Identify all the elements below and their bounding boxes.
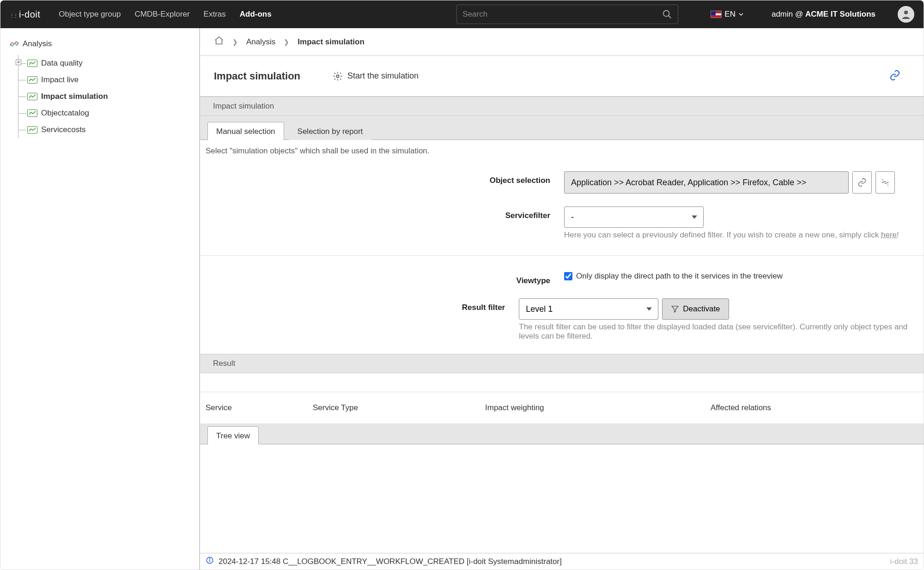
resultfilter-select[interactable]: Level 1 xyxy=(519,298,658,320)
nav-object-type-group[interactable]: Object type group xyxy=(59,10,121,19)
col-impact-weighting: Impact weighting xyxy=(480,392,705,424)
form-hint: Select "simulation objects" which shall … xyxy=(200,146,924,165)
crumb-current: Impact simulation xyxy=(298,37,365,47)
chart-icon xyxy=(27,93,37,100)
user-label: admin @ ACME IT Solutions xyxy=(772,10,875,19)
analysis-icon xyxy=(10,41,19,47)
selection-tabs: Manual selection Selection by report xyxy=(200,116,924,140)
svg-point-0 xyxy=(663,11,669,17)
language-selector[interactable]: EN xyxy=(711,10,744,19)
chevron-right-icon: ❯ xyxy=(284,38,289,46)
form-content: Select "simulation objects" which shall … xyxy=(200,140,924,354)
servicefilter-select[interactable]: - xyxy=(564,206,704,228)
sidebar-item-label: Objectcatalog xyxy=(41,109,89,118)
flag-us-icon xyxy=(711,11,722,18)
user-icon xyxy=(900,9,912,20)
status-bar: 2024-12-17 15:48 C__LOGBOOK_ENTRY__WORKF… xyxy=(200,553,924,570)
gear-icon xyxy=(333,71,343,81)
row-viewtype: Viewtype Only display the direct path to… xyxy=(200,265,924,292)
permalink-button[interactable] xyxy=(889,70,900,82)
search-icon xyxy=(662,9,672,19)
brand-logo: i-doit xyxy=(10,9,45,20)
status-version: i-doit 33 xyxy=(890,557,918,566)
nav-extras[interactable]: Extras xyxy=(204,10,226,19)
unlink-icon xyxy=(881,178,890,187)
sidebar-item-label: Servicecosts xyxy=(41,125,85,134)
global-search[interactable] xyxy=(456,5,678,24)
sidebar-item-label: Data quality xyxy=(41,59,83,68)
page-title: Impact simulation xyxy=(214,70,300,82)
link-objects-button[interactable] xyxy=(852,171,872,194)
object-selection-field[interactable]: Application >> Acrobat Reader, Applicati… xyxy=(564,171,849,194)
tab-manual-selection[interactable]: Manual selection xyxy=(207,122,284,140)
logo-dots-icon xyxy=(10,11,16,18)
svg-point-10 xyxy=(209,558,210,559)
expand-icon[interactable]: + xyxy=(16,60,21,65)
status-message: 2024-12-17 15:48 C__LOGBOOK_ENTRY__WORKF… xyxy=(219,557,562,566)
sidebar-item-objectcatalog[interactable]: Objectcatalog xyxy=(13,105,190,121)
link-icon xyxy=(889,70,900,81)
search-input[interactable] xyxy=(462,10,662,19)
servicefilter-hint: Here you can select a previously defined… xyxy=(564,230,899,240)
sidebar-root-analysis[interactable]: Analysis xyxy=(10,39,190,49)
nav-cmdb-explorer[interactable]: CMDB-Explorer xyxy=(135,10,190,19)
home-icon[interactable] xyxy=(214,36,224,48)
info-icon xyxy=(206,556,214,567)
sidebar: Analysis + Data quality Impact live Impa… xyxy=(0,28,200,570)
top-navbar: i-doit Object type group CMDB-Explorer E… xyxy=(0,0,924,28)
result-view-tabs: Tree view xyxy=(200,424,924,444)
viewtype-checkbox-label: Only display the direct path to the it s… xyxy=(576,272,783,281)
main-panel: ❯ Analysis ❯ Impact simulation Impact si… xyxy=(200,28,924,570)
chevron-down-icon xyxy=(738,12,744,17)
sidebar-item-data-quality[interactable]: + Data quality xyxy=(13,55,190,72)
servicefilter-here-link[interactable]: here xyxy=(881,230,897,239)
sidebar-root-label: Analysis xyxy=(23,39,52,49)
chart-icon xyxy=(27,126,37,133)
deactivate-label: Deactivate xyxy=(683,304,720,314)
nav-addons[interactable]: Add-ons xyxy=(240,10,272,19)
section-result-header: Result xyxy=(200,354,924,373)
tab-tree-view[interactable]: Tree view xyxy=(207,426,259,444)
lang-code: EN xyxy=(724,10,736,19)
sidebar-item-servicecosts[interactable]: Servicecosts xyxy=(13,121,190,138)
label-servicefilter: Servicefilter xyxy=(200,206,564,220)
sidebar-item-label: Impact simulation xyxy=(41,92,108,101)
col-service-type: Service Type xyxy=(307,392,480,424)
svg-line-1 xyxy=(669,16,671,18)
sidebar-item-impact-simulation[interactable]: Impact simulation xyxy=(13,88,190,105)
resultfilter-hint: The result filter can be used to filter … xyxy=(519,322,924,341)
row-servicefilter: Servicefilter - Here you can select a pr… xyxy=(200,200,924,246)
col-affected-relations: Affected relations xyxy=(705,392,924,424)
sidebar-tree: + Data quality Impact live Impact simula… xyxy=(10,55,190,138)
label-viewtype: Viewtype xyxy=(200,272,564,285)
sidebar-item-impact-live[interactable]: Impact live xyxy=(13,72,190,88)
result-table-header: Service Service Type Impact weighting Af… xyxy=(200,392,924,424)
crumb-analysis[interactable]: Analysis xyxy=(246,37,275,47)
row-object-selection: Object selection Application >> Acrobat … xyxy=(200,165,924,200)
section-impact-simulation-header: Impact simulation xyxy=(200,97,924,116)
svg-line-5 xyxy=(888,185,888,186)
start-simulation-button[interactable]: Start the simulation xyxy=(333,71,419,81)
divider xyxy=(200,255,924,256)
filter-icon xyxy=(671,305,679,313)
unlink-objects-button[interactable] xyxy=(875,171,895,194)
row-resultfilter: Result filter Level 1 Deactivate xyxy=(200,292,924,347)
chart-icon xyxy=(27,76,37,84)
deactivate-button[interactable]: Deactivate xyxy=(662,298,729,320)
chart-icon xyxy=(27,60,37,67)
link-icon xyxy=(857,178,867,187)
svg-point-2 xyxy=(904,11,908,14)
label-object-selection: Object selection xyxy=(200,171,564,185)
brand-text: i-doit xyxy=(19,9,40,20)
page-header: Impact simulation Start the simulation xyxy=(200,56,924,97)
svg-point-3 xyxy=(336,75,339,78)
label-resultfilter: Result filter xyxy=(200,298,519,312)
user-avatar[interactable] xyxy=(898,6,914,23)
tab-selection-by-report[interactable]: Selection by report xyxy=(289,122,372,140)
sidebar-item-label: Impact live xyxy=(41,75,79,85)
chart-icon xyxy=(27,109,37,117)
svg-line-4 xyxy=(882,179,883,180)
start-simulation-label: Start the simulation xyxy=(347,71,419,81)
chevron-right-icon: ❯ xyxy=(232,38,238,46)
viewtype-checkbox[interactable] xyxy=(564,272,572,280)
